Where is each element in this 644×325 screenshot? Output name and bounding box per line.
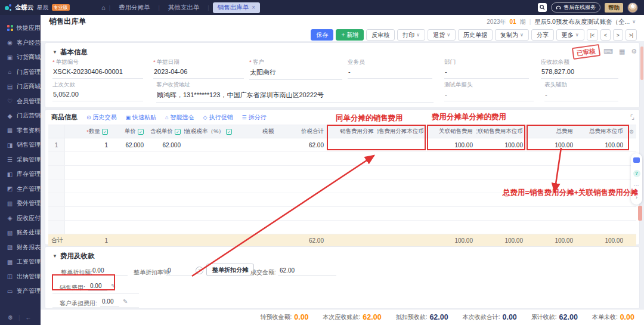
sidebar-item-sales-mgmt[interactable]: ◨销售管理 — [0, 138, 41, 153]
nav-prev-button[interactable]: < — [600, 29, 611, 41]
search-button[interactable] — [538, 3, 547, 12]
more-button[interactable]: 更多∨ — [556, 29, 584, 41]
delivery-address-input[interactable]: 顾鸿晖，131******123，中国广东省深圳市南山区20222号 — [156, 89, 434, 103]
save-button[interactable]: 保存 — [311, 29, 333, 41]
after-sales-service-button[interactable]: 售后在线服务 — [551, 2, 600, 13]
cell-price[interactable]: 62.000 — [112, 138, 147, 151]
vertical-scrollbar-thumb[interactable] — [638, 206, 642, 221]
tab-sales-outbound[interactable]: 销售出库单 × — [213, 2, 260, 13]
sidebar-item-inventory[interactable]: ◧库存管理 — [0, 167, 41, 182]
customer-input[interactable]: 太阳商行 — [249, 66, 342, 80]
split-row-link[interactable]: ☰拆分行 — [242, 113, 266, 122]
panel-icon[interactable]: ▦ — [619, 48, 625, 55]
sidebar-item-production[interactable]: ◩生产管理 — [0, 182, 41, 197]
edit-pencil-icon[interactable]: ✎ — [123, 298, 128, 305]
table-row-empty[interactable] — [48, 221, 636, 234]
collapse-sidebar-icon[interactable]: ← — [26, 314, 32, 321]
test-header-input[interactable]: - — [444, 89, 534, 101]
settings-icon[interactable]: ⚙ — [8, 314, 13, 321]
cell-related-sales-fee[interactable]: 100.00 — [428, 138, 476, 151]
refund-button[interactable]: 退货∨ — [428, 29, 456, 41]
edit-pencil-icon[interactable]: ✎ — [111, 283, 116, 289]
customer-fee-input[interactable]: 0.00 — [100, 298, 119, 307]
print-button[interactable]: 打印∨ — [397, 29, 425, 41]
discount-allocate-button[interactable]: 整单折扣分摊 — [206, 264, 254, 276]
table-settings-gear-icon[interactable]: ⚙ — [627, 125, 636, 138]
department-input[interactable]: - — [444, 66, 529, 79]
sidebar-item-assets[interactable]: ▭资产管理 — [0, 284, 41, 299]
sidebar-item-ar-ap[interactable]: ◈应收应付 — [0, 211, 41, 226]
sidebar-item-financial-report[interactable]: ▨财务报表 — [0, 240, 41, 255]
history-trade-link[interactable]: ⊙历史交易 — [86, 113, 117, 122]
sidebar-item-cashier[interactable]: ◫出纳管理 — [0, 270, 41, 284]
nav-first-button[interactable]: |< — [587, 29, 598, 41]
help-question-icon[interactable]: ? — [633, 170, 640, 177]
cell-tax-price[interactable]: 62.000 — [147, 138, 184, 151]
column-filter-checkbox[interactable]: ✓ — [175, 129, 181, 135]
smart-warehouse-link[interactable]: ⌂智能选仓 — [165, 113, 194, 122]
sidebar-item-outsourcing[interactable]: ▥委外管理 — [0, 196, 41, 211]
cell-sales-fee-alloc-base[interactable] — [377, 138, 428, 151]
nav-next-button[interactable]: > — [613, 29, 623, 41]
collapse-panel-icon[interactable]: › — [636, 194, 637, 200]
sidebar-item-quick-apps[interactable]: 快捷应用 — [0, 21, 41, 36]
table-row-empty[interactable] — [48, 193, 636, 207]
sidebar-item-store-marketing[interactable]: ◆门店营销 — [0, 109, 41, 123]
cell-related-sales-fee-base[interactable]: 100.00 — [476, 138, 527, 151]
expand-fullscreen-icon[interactable]: ⌜⌟ — [630, 114, 633, 120]
sidebar-item-bookkeeping[interactable]: ▧账务处理 — [0, 225, 41, 240]
column-filter-checkbox[interactable]: ✓ — [102, 129, 108, 135]
help-circle-icon[interactable]: ? — [196, 267, 203, 274]
feedback-comment-icon[interactable] — [633, 157, 640, 163]
user-avatar[interactable] — [627, 2, 638, 13]
cell-total-fee[interactable]: 100.00 — [527, 138, 577, 151]
tab-other-expense[interactable]: 其他支出单 — [163, 2, 205, 13]
copy-as-button[interactable]: 复制为∨ — [495, 29, 529, 41]
cell-total-fee-base[interactable]: 100.00 — [577, 138, 627, 151]
table-row[interactable]: 1 1 62.000 62.000 62.00 100.00 100.00 10… — [48, 138, 636, 152]
header-aux-input[interactable]: - — [544, 89, 618, 101]
cell-vat-rate[interactable] — [184, 138, 236, 151]
sidebar-item-payroll[interactable]: ▩工资管理 — [0, 255, 41, 270]
quick-paste-link[interactable]: ▣快速粘贴 — [126, 113, 157, 122]
cell-qty[interactable]: 1 — [65, 138, 112, 151]
vertical-scrollbar-thumb[interactable] — [640, 47, 643, 80]
close-tab-icon[interactable]: × — [252, 4, 255, 11]
sidebar-item-customer[interactable]: ◉客户经营 — [0, 36, 41, 51]
column-filter-checkbox[interactable]: ✓ — [138, 129, 144, 135]
cell-tax[interactable] — [236, 138, 277, 151]
sidebar-item-store-mgmt[interactable]: ⌂门店管理 — [0, 65, 41, 80]
table-row-empty[interactable] — [48, 207, 636, 221]
home-icon[interactable]: ⌂ — [101, 4, 106, 11]
bill-number-input[interactable]: XSCK-20230406-00001 — [52, 66, 143, 79]
table-row-empty[interactable] — [48, 152, 636, 166]
nav-last-button[interactable]: >| — [626, 29, 637, 41]
promotion-link[interactable]: ◇执行促销 — [203, 113, 233, 122]
bill-date-input[interactable]: 2023-04-06 — [153, 66, 244, 79]
discount-rate-input[interactable]: 0 — [166, 267, 194, 276]
salesperson-input[interactable]: - — [348, 66, 432, 79]
sidebar-item-store-mall[interactable]: ▤门店商城 — [0, 79, 41, 94]
add-button[interactable]: +新增 — [336, 29, 364, 41]
table-row-empty[interactable] — [48, 179, 636, 193]
basic-info-header[interactable]: ▼ 基本信息 — [52, 48, 88, 57]
account-set-selector[interactable]: 星辰5.0预发布灰度测试账套（全... ∨ — [534, 18, 636, 26]
sidebar-item-retail-data[interactable]: ▦零售资料 — [0, 123, 41, 138]
fees-header[interactable]: ▼ 费用及收款 — [52, 252, 94, 261]
table-row-empty[interactable] — [48, 166, 636, 179]
keyboard-icon[interactable]: ⌨ — [603, 48, 613, 55]
sidebar-item-member[interactable]: ♡会员管理 — [0, 94, 41, 109]
cell-sales-fee-alloc[interactable] — [327, 138, 377, 151]
sidebar-item-purchase-mgmt[interactable]: ☰采购管理 — [0, 153, 41, 168]
discount-amount-input[interactable]: 0.00 — [91, 267, 128, 276]
unaudit-button[interactable]: 反审核 — [366, 29, 395, 41]
cell-total-with-tax[interactable]: 62.00 — [277, 138, 327, 151]
share-button[interactable]: 分享 — [531, 29, 554, 41]
tab-expense-allocation[interactable]: 费用分摊单 — [114, 2, 155, 13]
column-filter-checkbox[interactable]: ✓ — [226, 129, 232, 135]
history-button[interactable]: 历史单据 — [458, 29, 493, 41]
sidebar-item-order-mall[interactable]: ▣订货商城 — [0, 50, 41, 65]
gear-icon[interactable]: ⚙ — [631, 48, 637, 55]
sales-fee-input[interactable]: 0.00 — [88, 283, 107, 291]
help-button[interactable]: 帮助 — [605, 3, 623, 13]
